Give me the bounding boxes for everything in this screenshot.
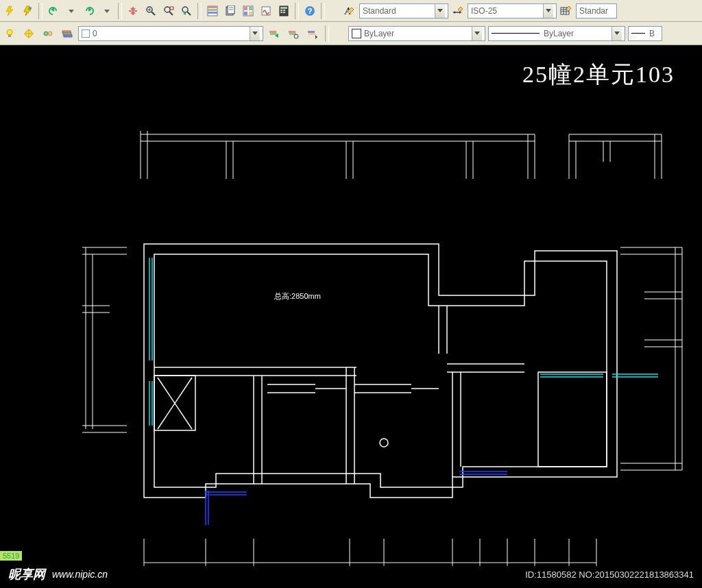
- svg-rect-36: [280, 12, 282, 13]
- svg-marker-42: [453, 11, 455, 14]
- svg-rect-66: [308, 33, 315, 35]
- main-toolbar: ? A Standard ISO-25 Standar: [0, 0, 702, 22]
- layer-visible-checkbox[interactable]: [82, 29, 90, 38]
- markup-icon[interactable]: [258, 3, 274, 19]
- redo-icon[interactable]: [81, 3, 97, 19]
- table-style-label: Standar: [579, 6, 608, 16]
- quickcalc-icon[interactable]: [276, 3, 292, 19]
- svg-line-13: [169, 12, 173, 15]
- svg-point-7: [132, 10, 134, 12]
- text-style-dropdown[interactable]: Standard: [359, 3, 448, 19]
- layer-manager-icon[interactable]: [59, 25, 75, 42]
- svg-rect-14: [170, 7, 173, 10]
- watermark-footer: 昵享网 www.nipic.cn ID:11580582 NO:20150302…: [0, 561, 702, 588]
- zoom-prev-icon[interactable]: [178, 3, 195, 19]
- text-style-label: Standard: [363, 6, 396, 16]
- svg-rect-31: [262, 7, 270, 15]
- svg-rect-59: [269, 31, 276, 33]
- separator: [325, 25, 329, 42]
- layer-iso-icon[interactable]: [285, 25, 302, 42]
- redo-dd-icon[interactable]: [99, 3, 115, 19]
- svg-rect-50: [8, 35, 11, 37]
- svg-rect-62: [289, 31, 295, 33]
- linetype-dropdown[interactable]: ByLayer: [488, 26, 625, 41]
- svg-line-16: [187, 12, 191, 15]
- footer-url: www.nipic.cn: [52, 569, 108, 580]
- linetype-label: ByLayer: [544, 29, 574, 38]
- layer-lightbulb-icon[interactable]: [1, 25, 18, 42]
- undo-dd-icon[interactable]: [63, 3, 80, 19]
- layer-dropdown[interactable]: 0: [78, 26, 263, 41]
- dim-style-dropdown[interactable]: ISO-25: [468, 3, 557, 19]
- properties-panel-icon[interactable]: [204, 3, 221, 19]
- svg-point-2: [29, 7, 32, 10]
- svg-text:?: ?: [308, 7, 313, 15]
- separator: [197, 3, 202, 19]
- svg-marker-67: [315, 35, 317, 39]
- flash-icon[interactable]: [1, 3, 18, 19]
- text-style-icon[interactable]: A: [341, 3, 358, 19]
- corner-tag: 5519: [0, 551, 22, 561]
- svg-marker-4: [69, 10, 74, 13]
- layer-freeze-icon[interactable]: [21, 25, 37, 42]
- svg-rect-65: [308, 31, 315, 33]
- layer-match-icon[interactable]: [304, 25, 321, 42]
- lineweight-sample: [631, 33, 645, 34]
- svg-marker-6: [104, 10, 110, 13]
- svg-rect-28: [249, 7, 252, 10]
- svg-rect-27: [244, 7, 247, 10]
- floor-plan-drawing: 总高:2850mm: [0, 45, 702, 588]
- svg-rect-58: [64, 35, 72, 37]
- lineweight-dropdown[interactable]: B: [628, 26, 662, 41]
- pan-icon[interactable]: [125, 3, 141, 19]
- svg-rect-34: [280, 10, 282, 11]
- layer-previous-icon[interactable]: [266, 25, 282, 42]
- svg-rect-60: [270, 33, 277, 35]
- zoom-in-icon[interactable]: [143, 3, 159, 19]
- svg-rect-37: [283, 12, 285, 13]
- svg-rect-33: [280, 7, 287, 9]
- sheet-set-icon[interactable]: [222, 3, 239, 19]
- layer-toolbar: 0 ByLayer ByLayer B: [0, 22, 702, 45]
- zoom-window-icon[interactable]: [160, 3, 177, 19]
- svg-rect-20: [208, 9, 217, 11]
- svg-point-55: [48, 32, 52, 36]
- layer-name-label: 0: [93, 29, 97, 38]
- svg-rect-21: [208, 12, 217, 14]
- drawing-center-label: 总高:2850mm: [274, 292, 321, 300]
- svg-line-9: [152, 12, 155, 15]
- undo-icon[interactable]: [45, 3, 62, 19]
- color-swatch: [352, 29, 361, 38]
- svg-rect-35: [283, 10, 285, 11]
- svg-marker-0: [6, 6, 13, 16]
- separator: [38, 3, 43, 19]
- svg-rect-29: [244, 12, 247, 15]
- separator: [321, 3, 325, 19]
- svg-point-126: [380, 439, 388, 447]
- layer-states-icon[interactable]: [40, 25, 56, 42]
- color-label: ByLayer: [364, 29, 394, 38]
- footer-logo-text: 昵享网: [8, 566, 45, 583]
- separator: [118, 3, 122, 19]
- separator: [295, 3, 299, 19]
- table-style-dropdown[interactable]: Standar: [576, 3, 617, 19]
- svg-point-49: [7, 29, 12, 35]
- svg-point-12: [165, 7, 170, 12]
- drawing-canvas[interactable]: 25幢2单元103: [0, 45, 702, 588]
- svg-point-54: [44, 32, 48, 36]
- flash2-icon[interactable]: [19, 3, 36, 19]
- lineweight-label: B: [649, 29, 655, 38]
- dim-style-icon[interactable]: [450, 3, 466, 19]
- help-icon[interactable]: ?: [302, 3, 318, 19]
- tool-palette-icon[interactable]: [240, 3, 256, 19]
- footer-meta: ID:11580582 NO:20150302221813863341: [525, 569, 694, 580]
- svg-rect-125: [538, 372, 607, 467]
- svg-point-15: [182, 7, 188, 12]
- color-dropdown[interactable]: ByLayer: [348, 26, 485, 41]
- linetype-sample: [492, 33, 540, 34]
- dim-style-label: ISO-25: [471, 6, 497, 16]
- svg-rect-30: [249, 12, 252, 15]
- svg-rect-19: [208, 6, 217, 8]
- table-style-icon[interactable]: [558, 3, 574, 19]
